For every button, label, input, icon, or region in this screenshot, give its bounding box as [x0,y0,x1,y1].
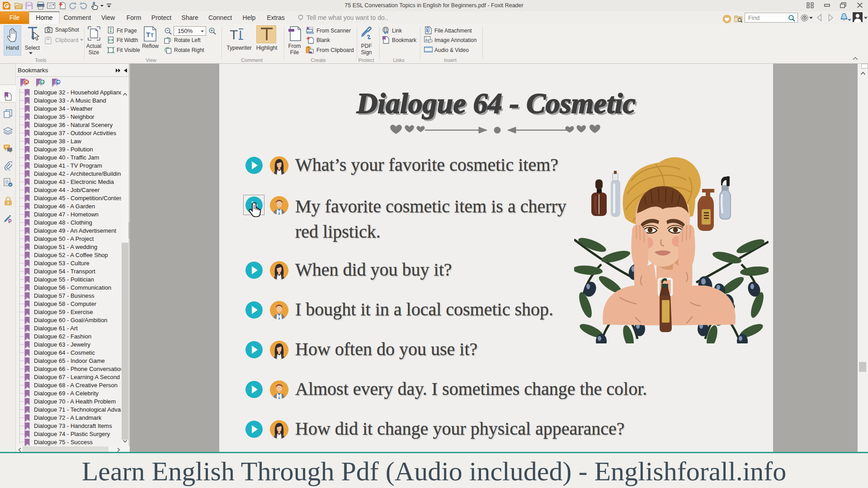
svg-text:@: @ [5,179,9,184]
svg-text:T: T [230,28,238,41]
svg-text:T: T [151,33,154,38]
svg-text:T: T [146,31,150,38]
